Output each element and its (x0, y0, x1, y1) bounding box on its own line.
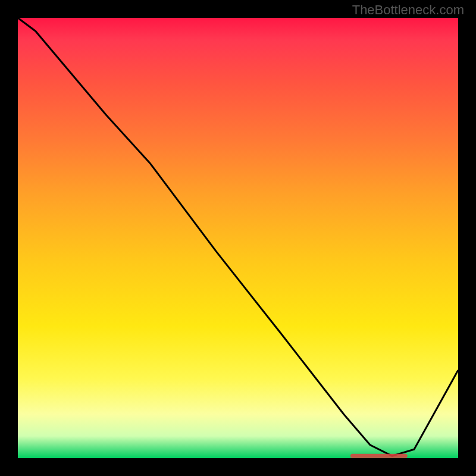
watermark-text: TheBottleneck.com (352, 2, 464, 18)
bottleneck-curve-line (18, 18, 458, 456)
chart-plot-area (18, 18, 458, 458)
chart-svg (18, 18, 458, 458)
